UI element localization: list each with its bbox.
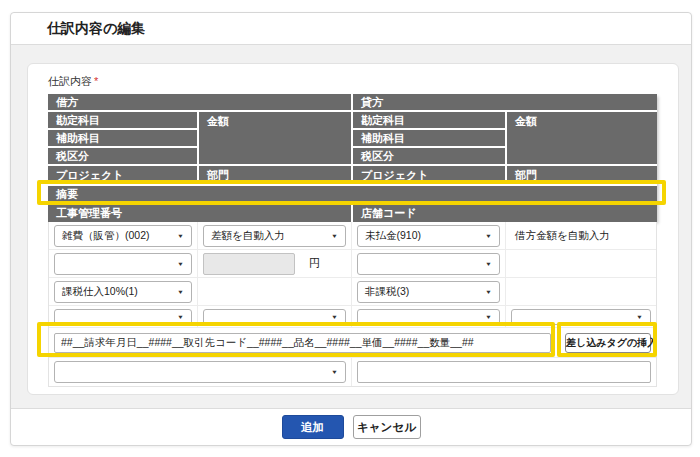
- dropdown-caret-icon: ▼: [177, 288, 184, 294]
- debit-account-header: 勘定科目: [48, 112, 197, 128]
- dropdown-caret-icon: ▼: [177, 260, 184, 266]
- credit-column-header: 貸方: [353, 94, 657, 110]
- form-cell-construction-no: ▼: [49, 358, 352, 386]
- store-code-header: 店舗コード: [353, 205, 657, 222]
- debit-department-header: 部門: [199, 166, 351, 184]
- required-mark: *: [94, 75, 98, 87]
- debit-account-select[interactable]: 雑費（販管）(002) ▼: [54, 225, 192, 247]
- debit-department-select[interactable]: ▼: [203, 309, 346, 325]
- dropdown-caret-icon: ▼: [485, 232, 492, 238]
- debit-project-header: プロジェクト: [48, 166, 197, 184]
- dialog-title: 仕訳内容の編集: [11, 13, 691, 45]
- summary-input[interactable]: [54, 333, 551, 353]
- add-button[interactable]: 追加: [282, 415, 344, 439]
- form-cell-debit-amount: 円: [198, 250, 352, 278]
- credit-tax-select[interactable]: 非課税(3) ▼: [357, 281, 500, 303]
- journal-form-grid: 雑費（販管）(002) ▼ 差額を自動入力 ▼ 未払金(910) ▼: [48, 222, 657, 387]
- dropdown-caret-icon: ▼: [485, 260, 492, 266]
- form-cell-debit-account: 雑費（販管）(002) ▼: [49, 222, 198, 250]
- form-cell-store-code: [352, 358, 656, 386]
- debit-project-select[interactable]: ▼: [54, 309, 192, 325]
- form-cell-empty: [198, 278, 352, 306]
- debit-amount-mode-value: 差額を自動入力: [211, 229, 285, 243]
- debit-subaccount-select[interactable]: ▼: [54, 253, 192, 275]
- credit-department-select[interactable]: ▼: [511, 309, 651, 325]
- form-cell-credit-account: 未払金(910) ▼: [352, 222, 506, 250]
- debit-amount-mode-select[interactable]: 差額を自動入力 ▼: [203, 225, 346, 247]
- dropdown-caret-icon: ▼: [177, 232, 184, 238]
- credit-subaccount-select[interactable]: ▼: [357, 253, 500, 275]
- summary-header: 摘要: [48, 186, 657, 203]
- form-cell-credit-subaccount: ▼: [352, 250, 506, 278]
- store-code-input[interactable]: [357, 361, 651, 383]
- edit-journal-dialog: 仕訳内容の編集 仕訳内容* 借方 貸方 勘定科目 金額 勘定科目 金額 補助科目…: [10, 12, 692, 446]
- credit-account-value: 未払金(910): [365, 229, 421, 243]
- credit-account-header: 勘定科目: [353, 112, 505, 128]
- currency-unit-label: 円: [309, 256, 320, 271]
- cancel-button[interactable]: キャンセル: [353, 415, 421, 439]
- construction-no-header: 工事管理番号: [48, 205, 351, 222]
- dropdown-caret-icon: ▼: [485, 313, 492, 319]
- credit-project-header: プロジェクト: [353, 166, 505, 184]
- form-cell-debit-department: ▼: [198, 306, 352, 328]
- debit-tax-select[interactable]: 課税仕入10%(1) ▼: [54, 281, 192, 303]
- form-cell-credit-amount-mode: 借方金額を自動入力: [506, 222, 656, 250]
- debit-account-value: 雑費（販管）(002): [62, 229, 150, 243]
- form-cell-credit-tax: 非課税(3) ▼: [352, 278, 506, 306]
- debit-tax-value: 課税仕入10%(1): [62, 285, 138, 299]
- form-cell-empty: [506, 250, 656, 278]
- credit-amount-header: 金額: [507, 112, 657, 164]
- form-cell-debit-subaccount: ▼: [49, 250, 198, 278]
- dropdown-caret-icon: ▼: [485, 288, 492, 294]
- credit-account-select[interactable]: 未払金(910) ▼: [357, 225, 500, 247]
- screen: 仕訳内容の編集 仕訳内容* 借方 貸方 勘定科目 金額 勘定科目 金額 補助科目…: [0, 0, 700, 457]
- credit-amount-mode-label: 借方金額を自動入力: [511, 229, 610, 243]
- construction-no-select[interactable]: ▼: [54, 361, 346, 383]
- form-cell-credit-project: ▼: [352, 306, 506, 328]
- debit-amount-header: 金額: [199, 112, 351, 164]
- credit-subaccount-header: 補助科目: [353, 130, 505, 146]
- dropdown-caret-icon: ▼: [331, 232, 338, 238]
- debit-subaccount-header: 補助科目: [48, 130, 197, 146]
- journal-content-panel: 仕訳内容* 借方 貸方 勘定科目 金額 勘定科目 金額 補助科目 補助科目 税区…: [27, 63, 679, 395]
- debit-tax-header: 税区分: [48, 148, 197, 164]
- form-cell-debit-amount-mode: 差額を自動入力 ▼: [198, 222, 352, 250]
- journal-header-table: 借方 貸方 勘定科目 金額 勘定科目 金額 補助科目 補助科目 税区分 税区分 …: [48, 94, 657, 222]
- dropdown-caret-icon: ▼: [331, 369, 338, 375]
- journal-content-label-text: 仕訳内容: [48, 75, 92, 87]
- dropdown-caret-icon: ▼: [177, 313, 184, 319]
- form-cell-empty: [506, 278, 656, 306]
- form-cell-debit-project: ▼: [49, 306, 198, 328]
- journal-content-label: 仕訳内容*: [48, 74, 658, 88]
- debit-column-header: 借方: [48, 94, 351, 110]
- dialog-footer: 追加 キャンセル: [11, 408, 691, 445]
- form-cell-debit-tax: 課税仕入10%(1) ▼: [49, 278, 198, 306]
- debit-amount-input: [203, 253, 295, 275]
- credit-tax-value: 非課税(3): [365, 285, 409, 299]
- dropdown-caret-icon: ▼: [636, 313, 643, 319]
- form-cell-summary: 差し込みタグの挿入: [49, 328, 656, 358]
- form-cell-credit-department: ▼: [506, 306, 656, 328]
- insert-merge-tag-button[interactable]: 差し込みタグの挿入: [565, 333, 651, 353]
- credit-tax-header: 税区分: [353, 148, 505, 164]
- credit-department-header: 部門: [507, 166, 657, 184]
- dropdown-caret-icon: ▼: [331, 313, 338, 319]
- credit-project-select[interactable]: ▼: [357, 309, 500, 325]
